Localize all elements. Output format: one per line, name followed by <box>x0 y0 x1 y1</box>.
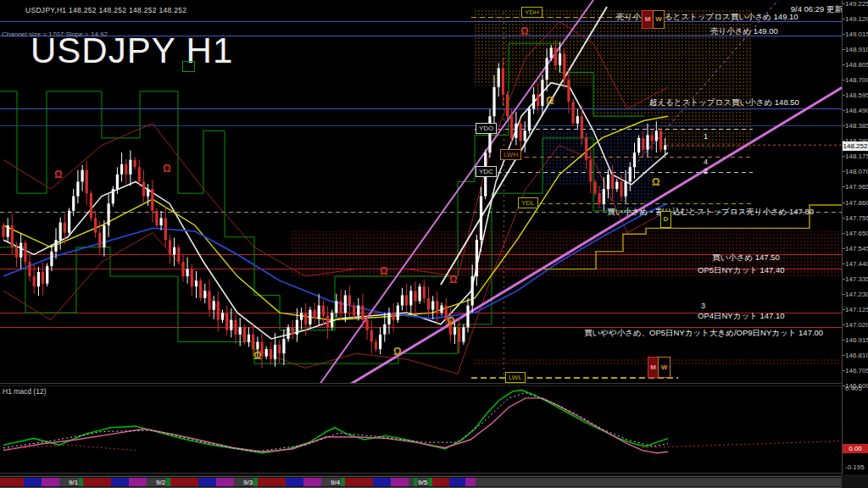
wave-count-4: 4 <box>704 158 708 166</box>
price-axis-label: 147.650 <box>845 230 868 237</box>
wave-count-1: 1 <box>704 132 708 141</box>
green-marker-box <box>182 61 195 72</box>
pattern-box-w: W <box>658 357 670 378</box>
chart-macd-separator-inner <box>0 385 842 386</box>
price-axis-label: 146.705 <box>845 367 868 374</box>
level-box-ydc[interactable]: YDC <box>476 166 497 177</box>
omega-signal-icon: Ω <box>380 266 388 276</box>
session-segment <box>147 478 155 486</box>
price-axis-label: 149.015 <box>845 30 868 38</box>
session-segment <box>170 478 198 486</box>
level-box-ydh[interactable]: YDH <box>521 7 542 18</box>
trade-annotation: 買い小さめ 147.50 <box>712 252 780 263</box>
wave-count-3: 3 <box>701 302 705 310</box>
macd-magenta <box>3 398 668 453</box>
price-axis-label: 148.700 <box>845 76 868 84</box>
price-axis-label: 147.755 <box>845 214 868 222</box>
pattern-box-w: W <box>653 10 665 29</box>
trade-annotation: 買いやや小さめ、OP5日NYカット大きめ/OP9日NYカット 147.00 <box>584 328 823 339</box>
trade-annotation: OP4日NYカット 147.10 <box>698 311 785 322</box>
price-axis-label: 148.385 <box>845 122 868 130</box>
time-axis[interactable]: 9/19/29/39/49/5 <box>0 474 868 488</box>
omega-signal-icon: Ω <box>447 316 455 326</box>
level-box-lwl[interactable]: LWL <box>505 372 526 383</box>
session-highlight <box>414 478 417 486</box>
price-axis[interactable]: 149.225149.120149.015148.910148.805148.7… <box>842 0 868 488</box>
omega-signal-icon: Ω <box>163 164 171 174</box>
update-timestamp: 9/4 06:29 更新 <box>791 4 843 15</box>
date-label[interactable]: 9/4 <box>331 479 340 486</box>
ma-white <box>3 83 668 339</box>
omega-signal-icon: Ω <box>253 351 262 361</box>
price-axis-label: 147.965 <box>845 183 868 191</box>
session-segment <box>129 478 147 486</box>
price-axis-label: 149.225 <box>845 0 868 8</box>
price-axis-label: 147.335 <box>845 275 868 283</box>
price-axis-label: 147.545 <box>845 245 868 252</box>
pattern-box-m: M <box>642 10 654 29</box>
session-segment <box>345 478 373 486</box>
price-axis-label: 148.490 <box>845 107 868 114</box>
trade-annotation: OP5日NYカット 147.40 <box>698 265 785 276</box>
session-segment <box>432 478 449 486</box>
trade-annotation: 買い小さめ・割り込むとストップロス売り小さめ 147.80 <box>607 207 814 218</box>
session-segment <box>391 478 409 486</box>
session-segment <box>286 478 303 486</box>
chart-watermark: USDJPY H1 <box>31 30 233 71</box>
pattern-box-d: D <box>660 211 671 228</box>
price-axis-label: 147.125 <box>845 306 868 313</box>
price-axis-label: 148.910 <box>845 46 868 53</box>
current-price-tag: 148.252 <box>843 141 868 151</box>
main-chart-layer <box>0 0 866 488</box>
omega-signal-icon: Ω <box>520 26 529 36</box>
symbol-ohlc-readout: USDJPY,H1 148.252 148.252 148.252 148.25… <box>25 6 186 14</box>
price-axis-label: 147.440 <box>845 260 868 268</box>
macd-green <box>3 390 668 452</box>
omega-signal-icon: Ω <box>393 347 402 357</box>
session-segment <box>321 478 330 486</box>
price-axis-label: 147.860 <box>845 199 868 207</box>
session-segment <box>258 478 286 486</box>
price-axis-label: 148.070 <box>845 168 868 175</box>
price-axis-label: 149.120 <box>845 15 868 23</box>
level-box-ydo[interactable]: YDO <box>476 123 497 134</box>
omega-signal-icon: Ω <box>652 177 660 187</box>
macd-label: H1 macd (12) <box>3 387 47 396</box>
date-label[interactable]: 9/5 <box>418 479 427 486</box>
trade-annotation: るとストップロス買い小さめ 149.10 <box>665 12 798 23</box>
price-axis-label: 148.595 <box>845 92 868 99</box>
macd-axis-max-label: 0.405 <box>845 385 862 392</box>
macd-time-separator[interactable] <box>0 473 842 474</box>
session-tail <box>476 478 842 486</box>
session-segment <box>59 478 68 486</box>
date-label[interactable]: 9/2 <box>156 479 165 486</box>
wave-count-2: 2 <box>704 167 708 175</box>
macd-axis-min-label: -0.195 <box>845 463 865 471</box>
candles <box>2 41 666 369</box>
session-segment <box>234 478 242 486</box>
omega-signal-icon: Ω <box>546 96 554 106</box>
level-box-lwh[interactable]: LWH <box>500 149 521 160</box>
macd-value-tag: 0.00 <box>843 444 868 453</box>
chart-canvas[interactable] <box>0 0 868 488</box>
session-segment <box>24 478 42 486</box>
trade-annotation: 超えるとストップロス買い小さめ 148.50 <box>649 97 799 108</box>
trade-annotation: 売り小さめ 149.00 <box>710 26 778 37</box>
price-axis-label: 147.230 <box>845 291 868 298</box>
session-segment <box>303 478 321 486</box>
price-axis-label: 147.020 <box>845 321 868 329</box>
date-label[interactable]: 9/1 <box>69 479 78 486</box>
price-axis-label: 146.810 <box>845 352 868 359</box>
date-label[interactable]: 9/3 <box>243 479 253 486</box>
session-segment <box>42 478 59 486</box>
session-segment <box>198 478 216 486</box>
chart-macd-separator[interactable] <box>0 383 842 384</box>
session-segment <box>0 478 24 486</box>
time-axis-line <box>0 476 842 477</box>
session-segment <box>216 478 234 486</box>
macd-red-dotted-left <box>3 445 136 450</box>
omega-signal-icon: Ω <box>54 169 63 180</box>
level-box-ydl[interactable]: YDL <box>518 197 538 208</box>
macd-layer <box>3 390 842 452</box>
session-segment <box>465 478 476 486</box>
